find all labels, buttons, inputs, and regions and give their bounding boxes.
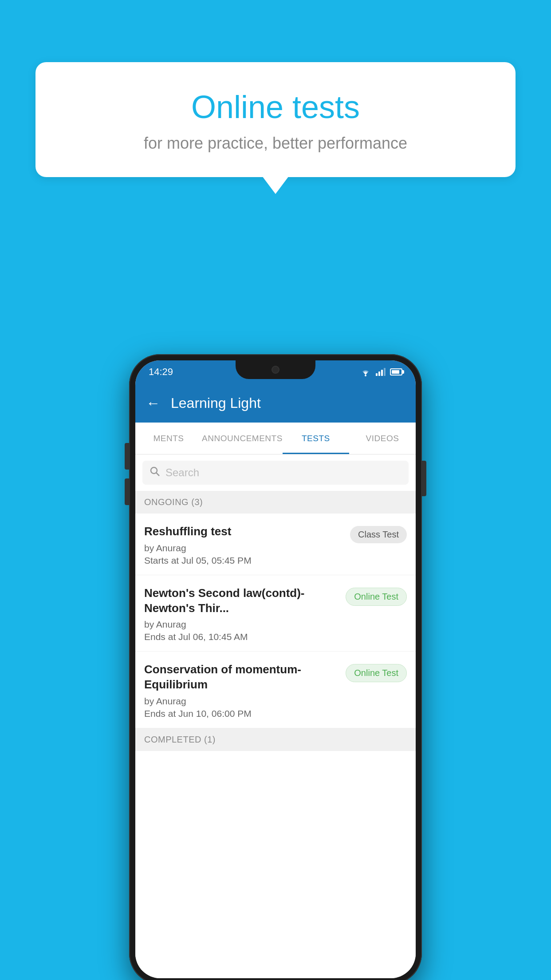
svg-point-5 (151, 467, 157, 474)
back-button[interactable]: ← (146, 395, 160, 411)
test-badge: Class Test (350, 526, 407, 543)
tabs-bar: MENTS ANNOUNCEMENTS TESTS VIDEOS (135, 423, 416, 454)
section-ongoing-header: ONGOING (3) (135, 491, 416, 514)
app-bar: ← Learning Light (135, 383, 416, 423)
camera-dot (272, 366, 279, 374)
test-name: Conservation of momentum-Equilibrium (144, 662, 338, 692)
app-title: Learning Light (171, 395, 261, 411)
test-author: by Anurag (144, 619, 338, 630)
tab-ments[interactable]: MENTS (135, 423, 202, 454)
status-icons (360, 368, 402, 376)
speech-bubble: Online tests for more practice, better p… (35, 62, 516, 177)
volume-down-button[interactable] (125, 478, 129, 505)
svg-rect-1 (376, 373, 378, 376)
tests-list: Reshuffling test by Anurag Starts at Jul… (135, 514, 416, 978)
test-badge: Online Test (346, 664, 407, 682)
test-item[interactable]: Conservation of momentum-Equilibrium by … (135, 652, 416, 728)
speech-bubble-title: Online tests (58, 89, 493, 125)
svg-rect-3 (381, 370, 383, 376)
test-date: Ends at Jul 06, 10:45 AM (144, 632, 338, 642)
search-icon (150, 466, 160, 479)
phone-frame: 14:29 (129, 354, 422, 980)
search-container: Search (135, 454, 416, 491)
test-date: Ends at Jun 10, 06:00 PM (144, 708, 338, 719)
test-content: Conservation of momentum-Equilibrium by … (144, 662, 338, 719)
test-author: by Anurag (144, 543, 343, 553)
test-content: Reshuffling test by Anurag Starts at Jul… (144, 524, 343, 566)
battery-fill (392, 370, 399, 374)
battery-icon (390, 368, 402, 375)
test-name: Newton's Second law(contd)-Newton's Thir… (144, 586, 338, 616)
test-author: by Anurag (144, 696, 338, 707)
phone-notch (236, 360, 315, 379)
svg-line-6 (157, 473, 160, 476)
test-item[interactable]: Reshuffling test by Anurag Starts at Jul… (135, 514, 416, 575)
test-name: Reshuffling test (144, 524, 343, 539)
tab-tests[interactable]: TESTS (283, 423, 349, 454)
speech-bubble-subtitle: for more practice, better performance (58, 134, 493, 153)
svg-point-0 (365, 375, 366, 376)
test-badge: Online Test (346, 588, 407, 606)
power-button[interactable] (422, 461, 426, 496)
tab-announcements[interactable]: ANNOUNCEMENTS (202, 423, 283, 454)
test-date: Starts at Jul 05, 05:45 PM (144, 555, 343, 566)
signal-icon (376, 368, 386, 376)
status-time: 14:29 (149, 366, 173, 378)
test-content: Newton's Second law(contd)-Newton's Thir… (144, 586, 338, 643)
wifi-icon (360, 368, 371, 376)
svg-rect-4 (384, 368, 386, 376)
test-item[interactable]: Newton's Second law(contd)-Newton's Thir… (135, 575, 416, 652)
svg-rect-2 (378, 371, 380, 376)
phone-wrapper: 14:29 (129, 354, 422, 980)
volume-up-button[interactable] (125, 443, 129, 470)
phone-screen: 14:29 (135, 360, 416, 978)
search-placeholder: Search (165, 466, 199, 479)
search-box[interactable]: Search (142, 461, 409, 485)
tab-videos[interactable]: VIDEOS (349, 423, 416, 454)
section-completed-header: COMPLETED (1) (135, 728, 416, 751)
